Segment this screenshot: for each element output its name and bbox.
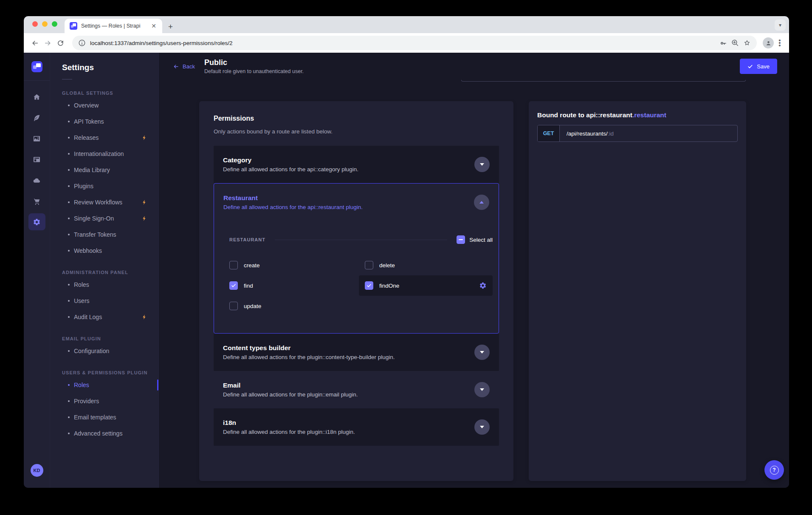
question-mark-icon: ? [770,466,779,475]
lightning-icon [141,135,147,141]
section-users-permissions-plugin: USERS & PERMISSIONS PLUGIN Roles Provide… [50,370,158,441]
help-button[interactable]: ? [764,460,784,480]
permission-find[interactable]: find [229,275,359,296]
permission-create[interactable]: create [229,255,359,275]
accordion-title: Category [223,156,358,164]
sidebar-item-transfer-tokens[interactable]: Transfer Tokens [50,226,158,243]
content-manager-feather-icon[interactable] [28,109,45,126]
page-title: Public [204,58,304,67]
new-tab-button[interactable]: + [168,23,173,31]
chevron-down-icon[interactable] [474,345,490,360]
back-link[interactable]: Back [173,63,195,70]
section-label: EMAIL PLUGIN [50,336,158,341]
accordion-description: Define all allowed actions for the api::… [223,204,363,210]
browser-menu-icon[interactable]: ••• [776,39,783,47]
sidebar-item-api-tokens[interactable]: API Tokens [50,113,158,130]
main-nav-rail: KD [24,53,50,488]
section-label: ADMINISTRATION PANEL [50,270,158,275]
bookmark-star-icon[interactable] [743,39,751,47]
accordion-category-header[interactable]: Category Define all allowed actions for … [214,146,499,183]
sidebar-item-up-providers[interactable]: Providers [50,393,158,409]
address-bar[interactable]: localhost:1337/admin/settings/users-perm… [72,36,757,50]
tab-close-icon[interactable]: ✕ [149,22,158,30]
sidebar-item-admin-roles[interactable]: Roles [50,277,158,293]
forward-nav-icon[interactable] [42,38,53,48]
browser-window: Settings — Roles | Strapi ✕ + ▾ localhos… [24,16,789,488]
sidebar-item-up-email-templates[interactable]: Email templates [50,409,158,425]
page-subtitle: Default role given to unauthenticated us… [204,68,304,74]
role-header: Public Default role given to unauthentic… [204,58,304,74]
marketplace-cart-icon[interactable] [28,192,45,209]
sidebar-item-plugins[interactable]: Plugins [50,178,158,194]
permissions-subtitle: Only actions bound by a route are listed… [214,128,499,135]
window-controls[interactable] [32,21,57,27]
reload-icon[interactable] [55,38,65,48]
sidebar-item-admin-users[interactable]: Users [50,293,158,309]
site-info-icon[interactable] [78,39,86,47]
chevron-up-icon[interactable] [474,195,489,210]
section-email-plugin: EMAIL PLUGIN Configuration [50,336,158,359]
back-arrow-icon [173,63,179,70]
sidebar-item-up-roles[interactable]: Roles [50,377,158,393]
home-icon[interactable] [28,88,45,105]
checkbox-unchecked[interactable] [229,261,238,269]
sidebar-item-overview[interactable]: Overview [50,97,158,113]
browser-tab[interactable]: Settings — Roles | Strapi ✕ [65,19,162,33]
sidebar-item-up-advanced-settings[interactable]: Advanced settings [50,425,158,441]
route-path: /api/restaurants/:id [560,125,737,141]
sidebar-item-releases[interactable]: Releases [50,130,158,146]
sidebar-item-media-library[interactable]: Media Library [50,162,158,178]
checkbox-unchecked[interactable] [365,261,373,269]
password-key-icon[interactable] [719,39,727,47]
chevron-down-icon[interactable] [474,157,490,172]
checkbox-checked[interactable] [365,281,373,290]
minimize-window-button[interactable] [42,21,48,27]
permission-update[interactable]: update [229,296,359,316]
section-global-settings: GLOBAL SETTINGS Overview API Tokens Rele… [50,91,158,259]
sidebar-item-webhooks[interactable]: Webhooks [50,243,158,259]
accordion-email: Email Define all allowed actions for the… [214,371,499,408]
strapi-logo-section [24,53,50,81]
accordion-title: Content types builder [223,344,395,352]
accordion-email-header[interactable]: Email Define all allowed actions for the… [214,371,499,408]
accordion-restaurant-header[interactable]: Restaurant Define all allowed actions fo… [214,184,499,221]
select-all-checkbox[interactable]: Select all [457,235,493,244]
sidebar-item-review-workflows[interactable]: Review Workflows [50,194,158,210]
accordion-i18n: i18n Define all allowed actions for the … [214,408,499,446]
checkbox-checked[interactable] [229,281,238,290]
content-type-builder-icon[interactable] [28,151,45,168]
sidebar-item-internationalization[interactable]: Internationalization [50,146,158,162]
deploy-cloud-icon[interactable] [28,172,45,189]
tab-title: Settings — Roles | Strapi [81,23,149,29]
zoom-window-button[interactable] [52,21,57,27]
checkbox-unchecked[interactable] [229,302,238,310]
bound-route-panel: Bound route to api::restaurant.restauran… [529,101,746,481]
sidebar-item-audit-logs[interactable]: Audit Logs [50,309,158,325]
media-library-icon[interactable] [28,130,45,147]
chevron-down-icon[interactable] [474,419,490,435]
strapi-logo[interactable] [31,61,42,72]
accordion-i18n-header[interactable]: i18n Define all allowed actions for the … [214,408,499,446]
indeterminate-checkbox-icon[interactable] [457,235,465,244]
save-button[interactable]: Save [740,59,777,74]
lightning-icon [141,314,147,320]
settings-gear-icon[interactable] [28,213,45,230]
zoom-page-icon[interactable] [731,39,739,47]
page-header: Back Public Default role given to unauth… [159,53,789,80]
browser-profile-avatar[interactable] [763,37,774,48]
accordion-description: Define all allowed actions for the plugi… [223,391,358,398]
strapi-admin: KD Settings GLOBAL SETTINGS Overview API… [24,53,789,488]
main-content: Back Public Default role given to unauth… [159,53,789,488]
permission-settings-gear-icon[interactable] [479,282,487,289]
chevron-down-icon[interactable] [474,382,490,397]
accordion-ctb-header[interactable]: Content types builder Define all allowed… [214,334,499,371]
restaurant-group-row: RESTAURANT Select all [229,235,493,244]
tab-search-chevron-icon[interactable]: ▾ [775,20,786,31]
close-window-button[interactable] [32,21,38,27]
back-nav-icon[interactable] [30,38,40,48]
sidebar-item-email-configuration[interactable]: Configuration [50,343,158,359]
user-avatar[interactable]: KD [31,464,43,477]
permission-delete[interactable]: delete [359,255,493,275]
sidebar-item-single-sign-on[interactable]: Single Sign-On [50,210,158,226]
permission-findone[interactable]: findOne [359,275,493,296]
